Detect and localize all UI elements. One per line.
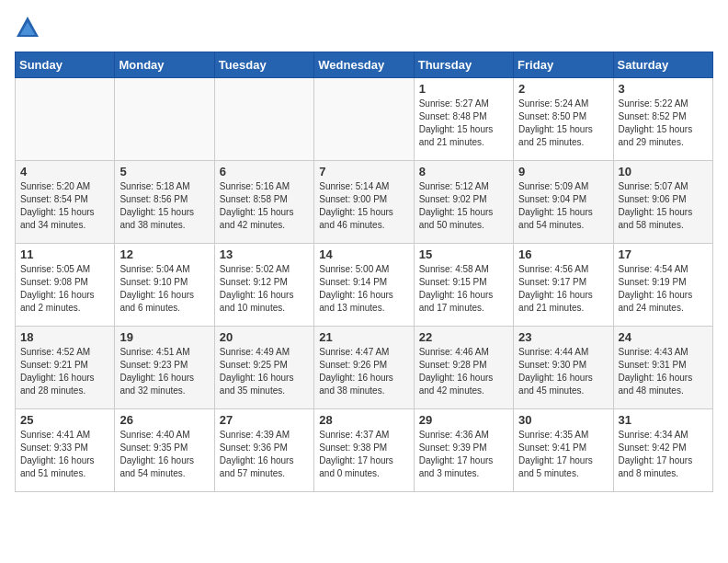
day-detail: Sunrise: 5:16 AM Sunset: 8:58 PM Dayligh…	[220, 180, 309, 232]
header-day: Tuesday	[214, 52, 313, 78]
day-cell: 17Sunrise: 4:54 AM Sunset: 9:19 PM Dayli…	[613, 244, 712, 327]
day-detail: Sunrise: 4:49 AM Sunset: 9:25 PM Dayligh…	[220, 346, 309, 397]
day-cell: 25Sunrise: 4:41 AM Sunset: 9:33 PM Dayli…	[16, 409, 115, 492]
day-cell: 13Sunrise: 5:02 AM Sunset: 9:12 PM Dayli…	[214, 244, 313, 327]
day-number: 27	[220, 413, 309, 427]
day-number: 8	[419, 165, 508, 178]
day-cell: 29Sunrise: 4:36 AM Sunset: 9:39 PM Dayli…	[414, 409, 513, 492]
day-number: 12	[119, 247, 209, 261]
week-row: 4Sunrise: 5:20 AM Sunset: 8:54 PM Daylig…	[16, 161, 713, 244]
day-cell: 7Sunrise: 5:14 AM Sunset: 9:00 PM Daylig…	[314, 161, 414, 244]
day-cell: 18Sunrise: 4:52 AM Sunset: 9:21 PM Dayli…	[16, 327, 115, 409]
day-detail: Sunrise: 5:05 AM Sunset: 9:08 PM Dayligh…	[20, 263, 109, 315]
calendar-table: SundayMondayTuesdayWednesdayThursdayFrid…	[15, 52, 713, 492]
day-cell: 21Sunrise: 4:47 AM Sunset: 9:26 PM Dayli…	[314, 327, 414, 409]
day-detail: Sunrise: 5:18 AM Sunset: 8:56 PM Dayligh…	[119, 180, 209, 232]
day-detail: Sunrise: 4:35 AM Sunset: 9:41 PM Dayligh…	[518, 429, 608, 480]
day-cell	[115, 78, 214, 161]
day-number: 15	[419, 247, 508, 261]
day-cell: 6Sunrise: 5:16 AM Sunset: 8:58 PM Daylig…	[214, 161, 313, 244]
day-detail: Sunrise: 5:27 AM Sunset: 8:48 PM Dayligh…	[419, 98, 508, 149]
day-number: 1	[419, 82, 508, 96]
day-detail: Sunrise: 5:14 AM Sunset: 9:00 PM Dayligh…	[319, 180, 408, 232]
day-detail: Sunrise: 4:52 AM Sunset: 9:21 PM Dayligh…	[20, 346, 109, 397]
day-cell: 3Sunrise: 5:22 AM Sunset: 8:52 PM Daylig…	[613, 78, 712, 161]
day-detail: Sunrise: 4:47 AM Sunset: 9:26 PM Dayligh…	[319, 346, 408, 397]
week-row: 25Sunrise: 4:41 AM Sunset: 9:33 PM Dayli…	[16, 409, 713, 492]
day-cell	[314, 78, 414, 161]
day-detail: Sunrise: 4:44 AM Sunset: 9:30 PM Dayligh…	[518, 346, 608, 397]
day-number: 16	[518, 247, 608, 261]
day-detail: Sunrise: 5:02 AM Sunset: 9:12 PM Dayligh…	[220, 263, 309, 315]
day-number: 3	[619, 82, 708, 96]
day-number: 6	[220, 165, 309, 178]
day-detail: Sunrise: 5:22 AM Sunset: 8:52 PM Dayligh…	[619, 98, 708, 149]
day-number: 23	[518, 330, 608, 344]
day-number: 25	[20, 413, 109, 427]
day-detail: Sunrise: 4:36 AM Sunset: 9:39 PM Dayligh…	[419, 429, 508, 480]
day-cell: 26Sunrise: 4:40 AM Sunset: 9:35 PM Dayli…	[115, 409, 214, 492]
day-cell: 15Sunrise: 4:58 AM Sunset: 9:15 PM Dayli…	[414, 244, 513, 327]
day-number: 17	[619, 247, 708, 261]
day-number: 13	[220, 247, 309, 261]
day-detail: Sunrise: 4:58 AM Sunset: 9:15 PM Dayligh…	[419, 263, 508, 315]
day-detail: Sunrise: 4:46 AM Sunset: 9:28 PM Dayligh…	[419, 346, 508, 397]
day-detail: Sunrise: 5:00 AM Sunset: 9:14 PM Dayligh…	[319, 263, 408, 315]
day-detail: Sunrise: 4:41 AM Sunset: 9:33 PM Dayligh…	[20, 429, 109, 480]
day-detail: Sunrise: 5:04 AM Sunset: 9:10 PM Dayligh…	[119, 263, 209, 315]
day-number: 29	[419, 413, 508, 427]
day-number: 9	[518, 165, 608, 178]
header-row: SundayMondayTuesdayWednesdayThursdayFrid…	[16, 52, 713, 78]
day-cell	[16, 78, 115, 161]
day-detail: Sunrise: 4:37 AM Sunset: 9:38 PM Dayligh…	[319, 429, 408, 480]
header-day: Sunday	[16, 52, 115, 78]
header-day: Thursday	[414, 52, 513, 78]
day-cell: 9Sunrise: 5:09 AM Sunset: 9:04 PM Daylig…	[514, 161, 613, 244]
day-cell: 27Sunrise: 4:39 AM Sunset: 9:36 PM Dayli…	[214, 409, 313, 492]
day-detail: Sunrise: 4:51 AM Sunset: 9:23 PM Dayligh…	[119, 346, 209, 397]
day-cell: 19Sunrise: 4:51 AM Sunset: 9:23 PM Dayli…	[115, 327, 214, 409]
day-number: 14	[319, 247, 408, 261]
header-day: Wednesday	[314, 52, 414, 78]
day-detail: Sunrise: 4:34 AM Sunset: 9:42 PM Dayligh…	[619, 429, 708, 480]
day-number: 22	[419, 330, 508, 344]
day-number: 2	[518, 82, 608, 96]
day-cell: 24Sunrise: 4:43 AM Sunset: 9:31 PM Dayli…	[613, 327, 712, 409]
day-cell: 30Sunrise: 4:35 AM Sunset: 9:41 PM Dayli…	[514, 409, 613, 492]
day-number: 20	[220, 330, 309, 344]
day-detail: Sunrise: 5:09 AM Sunset: 9:04 PM Dayligh…	[518, 180, 608, 232]
day-cell: 28Sunrise: 4:37 AM Sunset: 9:38 PM Dayli…	[314, 409, 414, 492]
logo	[15, 15, 44, 40]
day-cell: 4Sunrise: 5:20 AM Sunset: 8:54 PM Daylig…	[16, 161, 115, 244]
day-number: 21	[319, 330, 408, 344]
day-cell: 10Sunrise: 5:07 AM Sunset: 9:06 PM Dayli…	[613, 161, 712, 244]
day-detail: Sunrise: 5:20 AM Sunset: 8:54 PM Dayligh…	[20, 180, 109, 232]
day-cell: 11Sunrise: 5:05 AM Sunset: 9:08 PM Dayli…	[16, 244, 115, 327]
day-cell: 22Sunrise: 4:46 AM Sunset: 9:28 PM Dayli…	[414, 327, 513, 409]
day-number: 10	[619, 165, 708, 178]
day-number: 4	[20, 165, 109, 178]
day-cell: 31Sunrise: 4:34 AM Sunset: 9:42 PM Dayli…	[613, 409, 712, 492]
week-row: 1Sunrise: 5:27 AM Sunset: 8:48 PM Daylig…	[16, 78, 713, 161]
page-header	[15, 15, 713, 40]
day-number: 7	[319, 165, 408, 178]
week-row: 11Sunrise: 5:05 AM Sunset: 9:08 PM Dayli…	[16, 244, 713, 327]
day-number: 18	[20, 330, 109, 344]
day-cell	[214, 78, 313, 161]
day-number: 28	[319, 413, 408, 427]
day-detail: Sunrise: 4:43 AM Sunset: 9:31 PM Dayligh…	[619, 346, 708, 397]
day-detail: Sunrise: 4:39 AM Sunset: 9:36 PM Dayligh…	[220, 429, 309, 480]
day-cell: 20Sunrise: 4:49 AM Sunset: 9:25 PM Dayli…	[214, 327, 313, 409]
day-number: 31	[619, 413, 708, 427]
day-detail: Sunrise: 4:56 AM Sunset: 9:17 PM Dayligh…	[518, 263, 608, 315]
day-number: 11	[20, 247, 109, 261]
day-detail: Sunrise: 5:07 AM Sunset: 9:06 PM Dayligh…	[619, 180, 708, 232]
week-row: 18Sunrise: 4:52 AM Sunset: 9:21 PM Dayli…	[16, 327, 713, 409]
day-cell: 8Sunrise: 5:12 AM Sunset: 9:02 PM Daylig…	[414, 161, 513, 244]
day-detail: Sunrise: 5:24 AM Sunset: 8:50 PM Dayligh…	[518, 98, 608, 149]
day-cell: 5Sunrise: 5:18 AM Sunset: 8:56 PM Daylig…	[115, 161, 214, 244]
header-day: Monday	[115, 52, 214, 78]
header-day: Saturday	[613, 52, 712, 78]
day-detail: Sunrise: 5:12 AM Sunset: 9:02 PM Dayligh…	[419, 180, 508, 232]
day-cell: 1Sunrise: 5:27 AM Sunset: 8:48 PM Daylig…	[414, 78, 513, 161]
